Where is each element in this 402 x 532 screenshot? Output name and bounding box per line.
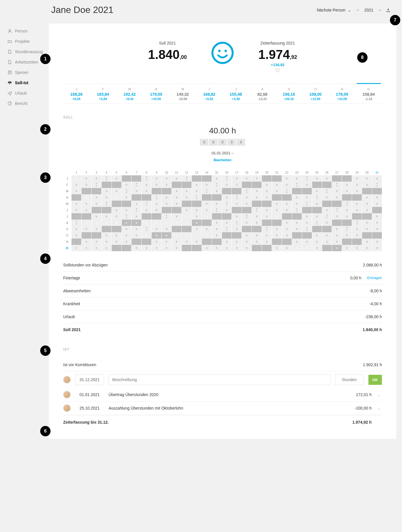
calendar-cell[interactable]: 8	[82, 182, 91, 188]
calendar-cell[interactable]: 8	[212, 245, 222, 251]
calendar-cell[interactable]: 8	[252, 188, 262, 194]
ok-button[interactable]: OK	[368, 375, 382, 385]
calendar-cell[interactable]: 8	[342, 188, 352, 194]
calendar-cell[interactable]	[182, 201, 192, 207]
calendar-cell[interactable]: 44	[142, 226, 151, 232]
calendar-cell[interactable]: 8	[362, 245, 372, 251]
sidebar-item-projekte[interactable]: Projekte	[0, 36, 49, 47]
calendar-cell[interactable]	[242, 226, 252, 232]
calendar-cell[interactable]	[112, 182, 121, 188]
calendar-cell[interactable]: 8	[152, 245, 161, 251]
calendar-cell[interactable]: ✈	[172, 232, 181, 239]
calendar-cell[interactable]: ✈	[192, 220, 202, 226]
calendar-cell[interactable]: ✈	[122, 220, 132, 226]
calendar-cell[interactable]: 8	[132, 188, 141, 194]
calendar-cell[interactable]	[142, 194, 151, 201]
calendar-cell[interactable]	[372, 232, 382, 239]
calendar-cell[interactable]: 8	[242, 175, 252, 182]
calendar-cell[interactable]: ✈	[182, 232, 192, 239]
calendar-cell[interactable]: 8	[132, 245, 141, 251]
calendar-cell[interactable]: 44	[292, 207, 302, 213]
calendar-cell[interactable]: 44	[282, 188, 292, 194]
calendar-cell[interactable]: 8	[252, 175, 262, 182]
calendar-cell[interactable]: 8	[172, 188, 181, 194]
calendar-cell[interactable]: 8	[312, 239, 322, 245]
calendar-cell[interactable]: 8	[372, 175, 382, 182]
calendar-cell[interactable]: 8	[192, 213, 202, 220]
calendar-cell[interactable]	[192, 245, 202, 251]
calendar-cell[interactable]: 8	[202, 201, 212, 207]
month-col[interactable]: J168,26+8,26	[63, 84, 90, 103]
calendar-cell[interactable]: 8	[282, 232, 292, 239]
calendar-cell[interactable]: 8	[242, 232, 252, 239]
calendar-cell[interactable]: 8	[192, 226, 202, 232]
calendar-cell[interactable]: 8	[352, 207, 362, 213]
calendar-cell[interactable]: 8	[192, 188, 202, 194]
calendar-cell[interactable]: 8	[71, 182, 81, 188]
calendar-cell[interactable]: 8	[302, 194, 312, 201]
calendar-cell[interactable]	[372, 188, 382, 194]
calendar-cell[interactable]: 8	[342, 207, 352, 213]
calendar-cell[interactable]: ✈	[202, 213, 212, 220]
calendar-cell[interactable]: 8	[82, 201, 91, 207]
calendar-cell[interactable]: 44	[71, 220, 81, 226]
calendar-cell[interactable]: 8	[242, 201, 252, 207]
calendar-cell[interactable]: 8	[112, 188, 121, 194]
calendar-cell[interactable]	[122, 201, 132, 207]
calendar-cell[interactable]: 8	[102, 188, 111, 194]
month-col[interactable]: M192,42+8,42	[116, 84, 143, 103]
calendar-cell[interactable]: 8	[222, 207, 232, 213]
calendar-cell[interactable]: 8	[212, 220, 222, 226]
calendar-cell[interactable]: 44	[212, 207, 222, 213]
calendar-cell[interactable]: 8	[162, 245, 171, 251]
calendar-cell[interactable]: 44	[162, 213, 171, 220]
calendar-cell[interactable]: 8	[172, 213, 181, 220]
calendar-cell[interactable]: 8	[232, 175, 241, 182]
calendar-cell[interactable]: 8	[112, 232, 121, 239]
calendar-cell[interactable]	[182, 226, 192, 232]
calendar-cell[interactable]: 8	[172, 201, 181, 207]
calendar-cell[interactable]	[352, 239, 362, 245]
calendar-cell[interactable]: 8	[212, 188, 222, 194]
calendar-cell[interactable]: 8	[322, 194, 332, 201]
calendar-cell[interactable]	[222, 213, 232, 220]
calendar-cell[interactable]	[92, 188, 101, 194]
calendar-cell[interactable]: 8	[71, 232, 81, 239]
sidebar-item-spesen[interactable]: Spesen	[0, 67, 49, 78]
calendar-cell[interactable]: 44	[92, 182, 101, 188]
calendar-cell[interactable]	[92, 232, 101, 239]
calendar-cell[interactable]: 44	[182, 175, 192, 182]
calendar-cell[interactable]: ✈	[192, 232, 202, 239]
hours-input[interactable]	[335, 374, 364, 385]
calendar-cell[interactable]	[112, 201, 121, 207]
calendar-cell[interactable]: 44	[242, 213, 252, 220]
calendar-cell[interactable]: 44	[132, 182, 141, 188]
calendar-cell[interactable]: 44	[252, 207, 262, 213]
sidebar-item-soll-ist[interactable]: Soll-Ist	[0, 78, 49, 88]
calendar-cell[interactable]: 8	[372, 201, 382, 207]
calendar-cell[interactable]	[172, 182, 181, 188]
calendar-cell[interactable]: 8	[322, 232, 332, 239]
calendar-cell[interactable]: ✈	[92, 220, 101, 226]
calendar-cell[interactable]: 8	[332, 232, 342, 239]
calendar-cell[interactable]: 8	[252, 213, 262, 220]
calendar-cell[interactable]: ✈	[82, 220, 91, 226]
breakdown-link[interactable]: Eintragen	[367, 276, 382, 280]
calendar-cell[interactable]: 8	[122, 207, 132, 213]
calendar-cell[interactable]: 8	[242, 239, 252, 245]
calendar-cell[interactable]: 8	[302, 213, 312, 220]
calendar-cell[interactable]	[152, 188, 161, 194]
calendar-cell[interactable]: 8	[172, 194, 181, 201]
calendar-cell[interactable]: 8	[92, 201, 101, 207]
calendar-cell[interactable]: 8	[92, 239, 101, 245]
calendar-cell[interactable]: 8	[142, 188, 151, 194]
calendar-cell[interactable]	[352, 194, 362, 201]
calendar-cell[interactable]: 8	[172, 245, 181, 251]
calendar-cell[interactable]	[332, 175, 342, 182]
calendar-cell[interactable]: ✈	[332, 245, 342, 251]
chevron-down-icon[interactable]: ⌄	[376, 406, 382, 410]
calendar-cell[interactable]: 8	[282, 220, 292, 226]
calendar-cell[interactable]: 8	[332, 239, 342, 245]
calendar-cell[interactable]: 8	[112, 175, 121, 182]
calendar-cell[interactable]	[282, 194, 292, 201]
